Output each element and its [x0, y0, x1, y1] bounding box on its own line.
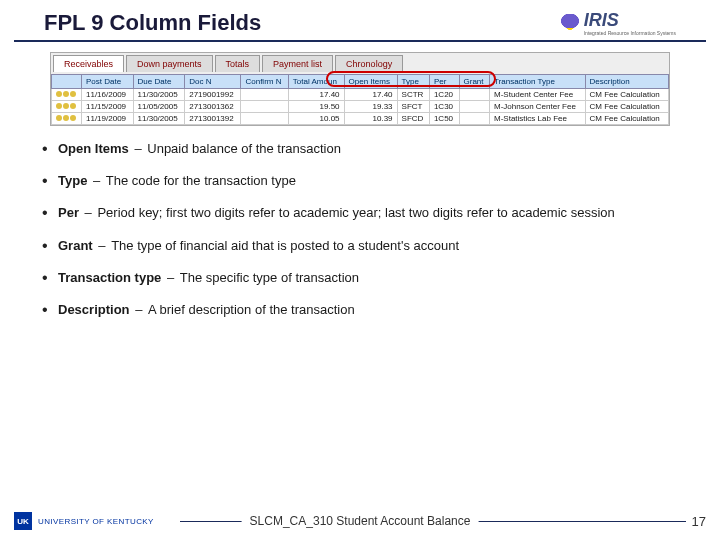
- bullet-desc: Period key; first two digits refer to ac…: [97, 205, 614, 220]
- uk-badge-icon: UK: [14, 512, 32, 530]
- table-row: 11/19/200911/30/2005271300139210.0510.39…: [52, 113, 669, 125]
- bullet-item: Per – Period key; first two digits refer…: [36, 204, 684, 222]
- page-number: 17: [686, 514, 706, 529]
- bullet-item: Description – A brief description of the…: [36, 301, 684, 319]
- tab-receivables: Receivables: [53, 55, 124, 72]
- bullet-term: Per: [58, 205, 79, 220]
- col-type: Type: [397, 75, 429, 89]
- bullet-term: Grant: [58, 238, 93, 253]
- iris-flower-icon: [560, 13, 580, 33]
- table-row: 11/16/200911/30/2005271900199217.4017.40…: [52, 89, 669, 101]
- col-post-date: Post Date: [82, 75, 134, 89]
- col-per: Per: [429, 75, 459, 89]
- tab-down-payments: Down payments: [126, 55, 213, 72]
- tab-payment-list: Payment list: [262, 55, 333, 72]
- bullet-term: Open Items: [58, 141, 129, 156]
- uk-logo: UK UNIVERSITY OF KENTUCKY: [14, 512, 160, 530]
- slide-header: FPL 9 Column Fields IRIS Integrated Reso…: [14, 0, 706, 42]
- row-status-icon: [52, 101, 82, 113]
- course-code: SLCM_CA_310 Student Account Balance: [242, 514, 479, 528]
- bullet-desc: A brief description of the transaction: [148, 302, 355, 317]
- col-confirm-n: Confirm N: [241, 75, 288, 89]
- bullet-desc: The specific type of transaction: [180, 270, 359, 285]
- bullet-item: Transaction type – The specific type of …: [36, 269, 684, 287]
- col-total-amount: Total Amoun: [288, 75, 344, 89]
- tab-chronology: Chronology: [335, 55, 403, 72]
- col-open-items: Open Items: [344, 75, 397, 89]
- bullet-term: Description: [58, 302, 130, 317]
- field-definitions: Open Items – Unpaid balance of the trans…: [36, 140, 684, 319]
- data-table: Post Date Due Date Doc N Confirm N Total…: [51, 74, 669, 125]
- iris-logo-subtext: Integrated Resource Information Systems: [584, 31, 676, 36]
- slide-footer: UK UNIVERSITY OF KENTUCKY SLCM_CA_310 St…: [0, 512, 720, 530]
- data-grid-screenshot: Receivables Down payments Totals Payment…: [50, 52, 670, 126]
- bullet-desc: The code for the transaction type: [106, 173, 296, 188]
- col-doc-n: Doc N: [185, 75, 241, 89]
- bullet-item: Grant – The type of financial aid that i…: [36, 237, 684, 255]
- grid-tabs: Receivables Down payments Totals Payment…: [51, 53, 669, 72]
- slide-title: FPL 9 Column Fields: [44, 10, 261, 36]
- bullet-desc: The type of financial aid that is posted…: [111, 238, 459, 253]
- tab-totals: Totals: [215, 55, 261, 72]
- uk-logo-text: UNIVERSITY OF KENTUCKY: [38, 517, 154, 526]
- col-due-date: Due Date: [133, 75, 185, 89]
- bullet-term: Type: [58, 173, 87, 188]
- col-transaction-type: Transaction Type: [490, 75, 586, 89]
- row-status-icon: [52, 89, 82, 101]
- col-grant: Grant: [459, 75, 490, 89]
- iris-logo: IRIS Integrated Resource Information Sys…: [560, 10, 676, 36]
- iris-logo-text: IRIS: [584, 10, 676, 31]
- col-description: Description: [585, 75, 668, 89]
- table-row: 11/15/200911/05/2005271300136219.5019.33…: [52, 101, 669, 113]
- bullet-item: Type – The code for the transaction type: [36, 172, 684, 190]
- bullet-desc: Unpaid balance of the transaction: [147, 141, 341, 156]
- bullet-item: Open Items – Unpaid balance of the trans…: [36, 140, 684, 158]
- bullet-term: Transaction type: [58, 270, 161, 285]
- row-status-icon: [52, 113, 82, 125]
